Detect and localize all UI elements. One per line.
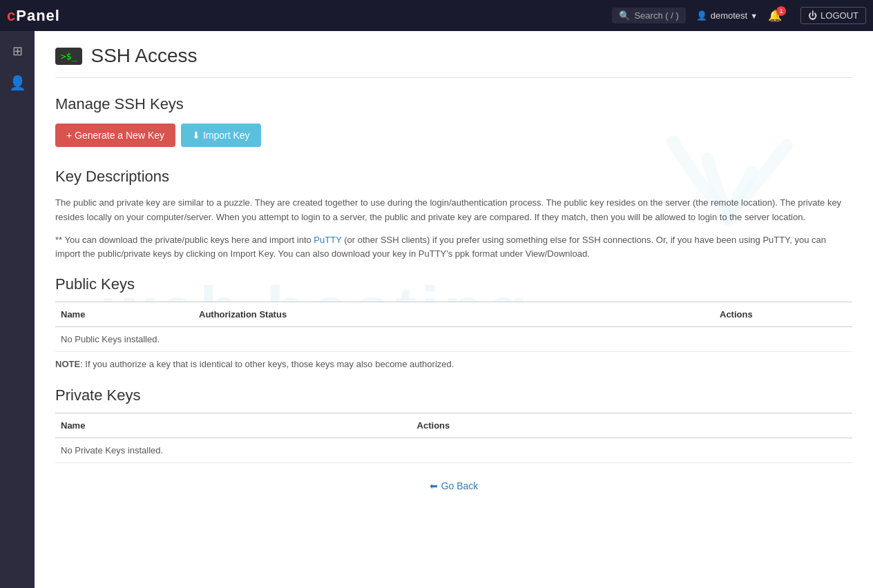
users-icon: 👤 bbox=[9, 75, 26, 91]
go-back-icon: ⬅ bbox=[430, 480, 438, 491]
user-icon: 👤 bbox=[696, 10, 707, 21]
main-layout: ⊞ 👤 web hosting >$_ SSH Access Manage SS… bbox=[0, 31, 873, 588]
main-content: web hosting >$_ SSH Access Manage SSH Ke… bbox=[35, 31, 873, 588]
note-content: : If you authorize a key that is identic… bbox=[80, 359, 454, 369]
public-keys-empty-row: No Public Keys installed. bbox=[55, 327, 852, 352]
private-keys-table: Name Actions No Private Keys installed. bbox=[55, 413, 852, 463]
key-desc-title: Key Descriptions bbox=[55, 168, 852, 186]
search-placeholder: Search ( / ) bbox=[634, 10, 678, 21]
private-keys-empty-row: No Private Keys installed. bbox=[55, 438, 852, 463]
private-keys-header-row: Name Actions bbox=[55, 413, 852, 438]
sidebar: ⊞ 👤 bbox=[0, 31, 35, 588]
go-back-label: Go Back bbox=[441, 480, 479, 491]
action-buttons-row: + Generate a New Key ⬇ Import Key bbox=[55, 124, 852, 147]
private-keys-empty-msg: No Private Keys installed. bbox=[55, 438, 852, 463]
public-keys-header-row: Name Authorization Status Actions bbox=[55, 302, 852, 327]
page-title: SSH Access bbox=[90, 45, 197, 67]
go-back-row: ⬅ Go Back bbox=[55, 480, 852, 491]
public-keys-table: Name Authorization Status Actions No Pub… bbox=[55, 302, 852, 352]
private-keys-section: Private Keys Name Actions No Private Key… bbox=[55, 386, 852, 463]
brand-logo: cPanel bbox=[7, 7, 60, 25]
logout-button[interactable]: ⏻ LOGOUT bbox=[800, 7, 866, 24]
manage-ssh-title: Manage SSH Keys bbox=[55, 95, 852, 113]
priv-col-actions-header: Actions bbox=[412, 413, 852, 438]
sidebar-item-grid[interactable]: ⊞ bbox=[4, 38, 30, 64]
page-header: >$_ SSH Access bbox=[55, 45, 852, 78]
search-icon: 🔍 bbox=[619, 10, 630, 21]
grid-icon: ⊞ bbox=[12, 43, 23, 59]
putty-link[interactable]: PuTTY bbox=[314, 235, 341, 245]
notification-badge: 1 bbox=[776, 6, 786, 16]
import-key-button[interactable]: ⬇ Import Key bbox=[181, 124, 261, 147]
col-actions-header: Actions bbox=[714, 302, 852, 327]
logout-icon: ⏻ bbox=[808, 10, 817, 21]
username-label: demotest bbox=[711, 10, 747, 21]
priv-col-name-header: Name bbox=[55, 413, 412, 438]
public-keys-empty-msg: No Public Keys installed. bbox=[55, 327, 852, 352]
user-dropdown-arrow: ▼ bbox=[750, 12, 758, 20]
ssh-icon: >$_ bbox=[55, 48, 82, 65]
go-back-button[interactable]: ⬅ Go Back bbox=[430, 480, 479, 491]
note-label: NOTE bbox=[55, 359, 80, 369]
para2-before: ** You can download the private/public k… bbox=[55, 235, 314, 245]
key-desc-para2: ** You can download the private/public k… bbox=[55, 233, 852, 262]
private-keys-title: Private Keys bbox=[55, 386, 852, 404]
public-keys-section: Public Keys Name Authorization Status Ac… bbox=[55, 275, 852, 369]
logout-label: LOGOUT bbox=[821, 10, 858, 21]
col-name-header: Name bbox=[55, 302, 193, 327]
notifications-bell[interactable]: 🔔 1 bbox=[768, 9, 782, 22]
public-keys-note: NOTE: If you authorize a key that is ide… bbox=[55, 359, 852, 369]
navbar: cPanel 🔍 Search ( / ) 👤 demotest ▼ 🔔 1 ⏻… bbox=[0, 0, 873, 31]
key-desc-para1: The public and private key are similar t… bbox=[55, 196, 852, 225]
generate-new-key-button[interactable]: + Generate a New Key bbox=[55, 124, 175, 147]
sidebar-item-users[interactable]: 👤 bbox=[4, 70, 30, 96]
public-keys-title: Public Keys bbox=[55, 275, 852, 293]
user-menu[interactable]: 👤 demotest ▼ bbox=[696, 10, 758, 21]
col-auth-header: Authorization Status bbox=[193, 302, 714, 327]
search-box[interactable]: 🔍 Search ( / ) bbox=[612, 8, 685, 23]
